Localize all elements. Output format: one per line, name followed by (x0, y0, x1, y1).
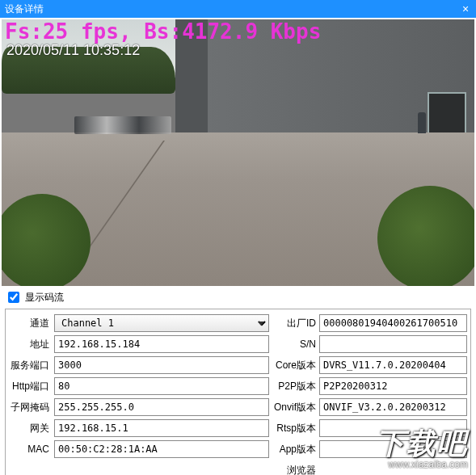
subnet-label: 子网掩码 (9, 401, 54, 414)
address-input[interactable] (54, 335, 269, 353)
sn-input[interactable] (319, 335, 467, 353)
window-title: 设备详情 (5, 2, 458, 16)
app-ver-input[interactable] (319, 440, 467, 458)
mac-input[interactable] (54, 440, 269, 458)
app-ver-label: App版本 (269, 443, 319, 456)
rtsp-ver-label: Rtsp版本 (269, 422, 319, 435)
right-column: 出厂ID S/N Core版本 P2P版本 Onvif版本 Rtsp版本 App… (269, 314, 467, 475)
subnet-input[interactable] (54, 398, 269, 416)
gateway-label: 网关 (9, 422, 54, 435)
service-port-input[interactable] (54, 356, 269, 374)
video-scene (2, 19, 474, 286)
left-column: 通道 Channel 1 地址 服务端口 Http端口 子网掩码 网关 (9, 314, 269, 475)
overlay-fps-text: Fs:25 fps, Bs:4172.9 Kbps (5, 19, 321, 44)
sn-label: S/N (269, 338, 319, 350)
http-port-input[interactable] (54, 377, 269, 395)
show-stream-label: 显示码流 (25, 291, 64, 305)
close-icon[interactable]: × (458, 2, 473, 16)
show-stream-row: 显示码流 (0, 286, 476, 307)
factory-id-input[interactable] (319, 314, 467, 332)
titlebar: 设备详情 × (0, 0, 476, 18)
core-ver-input[interactable] (319, 356, 467, 374)
http-port-label: Http端口 (9, 380, 54, 393)
core-ver-label: Core版本 (269, 359, 319, 372)
rtsp-ver-input[interactable] (319, 419, 467, 437)
mac-label: MAC (9, 443, 54, 455)
video-preview: Fs:25 fps, Bs:4172.9 Kbps 2020/05/11 10:… (2, 19, 474, 286)
p2p-ver-input[interactable] (319, 377, 467, 395)
factory-id-label: 出厂ID (269, 317, 319, 330)
overlay-timestamp-text: 2020/05/11 10:35:12 (6, 42, 140, 59)
service-port-label: 服务端口 (9, 359, 54, 372)
address-label: 地址 (9, 338, 54, 351)
channel-select[interactable]: Channel 1 (54, 314, 269, 332)
p2p-ver-label: P2P版本 (269, 380, 319, 393)
gateway-input[interactable] (54, 419, 269, 437)
onvif-ver-label: Onvif版本 (269, 401, 319, 414)
browser-label: 浏览器 (269, 464, 319, 476)
details-panel: 通道 Channel 1 地址 服务端口 Http端口 子网掩码 网关 (5, 309, 471, 475)
onvif-ver-input[interactable] (319, 398, 467, 416)
show-stream-checkbox[interactable] (8, 292, 19, 303)
channel-label: 通道 (9, 317, 54, 330)
